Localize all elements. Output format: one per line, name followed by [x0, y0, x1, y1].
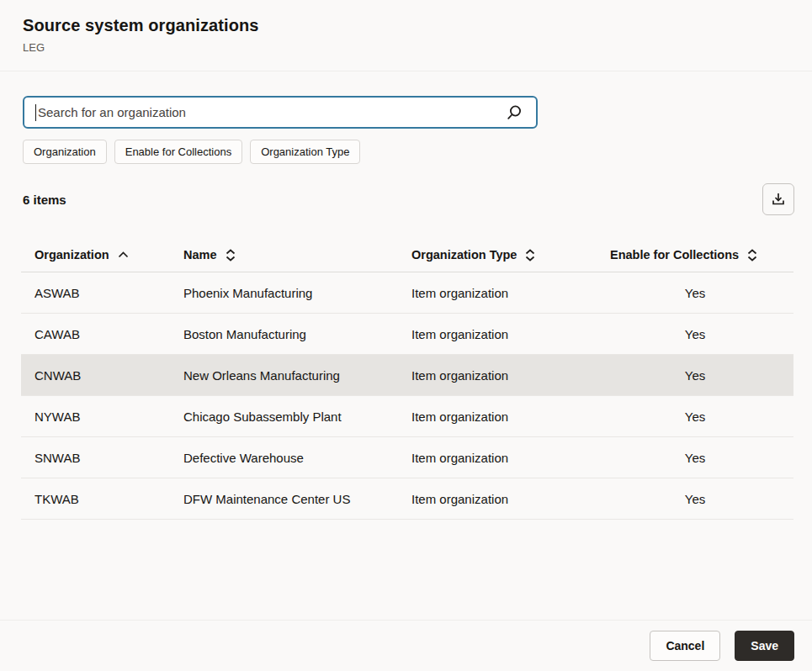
save-button[interactable]: Save — [735, 631, 794, 661]
cell-enable-for-collections: Yes — [597, 451, 793, 465]
filter-chips: Organization Enable for Collections Orga… — [23, 140, 789, 164]
search-icon[interactable] — [505, 103, 523, 122]
table-row[interactable]: CAWABBoston ManufacturingItem organizati… — [21, 314, 793, 355]
items-row: 6 items — [0, 183, 812, 215]
download-button[interactable] — [762, 183, 794, 215]
cell-organization-type: Item organization — [398, 368, 597, 383]
cell-organization-type: Item organization — [398, 451, 597, 465]
sort-both-icon — [226, 249, 236, 262]
cell-name: Boston Manufacturing — [170, 327, 398, 341]
page-footer: Cancel Save — [0, 620, 812, 671]
column-header-enable-for-collections[interactable]: Enable for Collections — [597, 248, 793, 262]
download-icon — [771, 192, 786, 207]
cell-enable-for-collections: Yes — [597, 492, 793, 506]
filter-chip-enable-for-collections[interactable]: Enable for Collections — [114, 140, 242, 164]
filter-chip-organization[interactable]: Organization — [23, 140, 107, 164]
cell-organization: TKWAB — [21, 492, 170, 506]
sort-both-icon — [525, 249, 535, 262]
search-input[interactable] — [38, 105, 505, 119]
page-title: Source system organizations — [23, 16, 789, 35]
cell-organization-type: Item organization — [398, 286, 597, 300]
cell-enable-for-collections: Yes — [597, 286, 793, 300]
sort-ascending-icon — [118, 251, 129, 258]
column-header-name[interactable]: Name — [170, 248, 398, 262]
cell-name: Chicago Subassembly Plant — [170, 409, 398, 424]
cell-enable-for-collections: Yes — [597, 368, 793, 383]
items-count: 6 items — [23, 193, 66, 207]
cell-enable-for-collections: Yes — [597, 409, 793, 424]
cell-name: New Orleans Manufacturing — [170, 368, 398, 383]
search-box[interactable] — [23, 96, 538, 129]
column-header-organization[interactable]: Organization — [21, 248, 170, 262]
filter-chip-organization-type[interactable]: Organization Type — [250, 140, 360, 164]
cell-organization-type: Item organization — [398, 492, 597, 506]
toolbar-area: Organization Enable for Collections Orga… — [0, 71, 812, 164]
cell-organization: ASWAB — [21, 286, 170, 300]
table-row[interactable]: CNWABNew Orleans ManufacturingItem organ… — [21, 355, 793, 396]
cell-organization-type: Item organization — [398, 409, 597, 424]
table-row[interactable]: ASWABPhoenix ManufacturingItem organizat… — [21, 272, 793, 314]
cell-name: Phoenix Manufacturing — [170, 286, 398, 300]
cell-organization: SNWAB — [21, 451, 170, 465]
cell-organization-type: Item organization — [398, 327, 597, 341]
column-header-organization-type[interactable]: Organization Type — [398, 248, 597, 262]
table-row[interactable]: SNWABDefective WarehouseItem organizatio… — [21, 437, 793, 478]
table-body: ASWABPhoenix ManufacturingItem organizat… — [21, 272, 793, 520]
page-header: Source system organizations LEG — [0, 0, 812, 71]
cell-organization: CNWAB — [21, 368, 170, 383]
cell-name: DFW Maintenance Center US — [170, 492, 398, 506]
cell-organization: NYWAB — [21, 409, 170, 424]
cancel-button[interactable]: Cancel — [650, 631, 720, 661]
organizations-table: Organization Name Organization Type — [21, 238, 793, 520]
cell-name: Defective Warehouse — [170, 451, 398, 465]
cell-enable-for-collections: Yes — [597, 327, 793, 341]
table-header-row: Organization Name Organization Type — [21, 238, 793, 272]
table-row[interactable]: TKWABDFW Maintenance Center USItem organ… — [21, 478, 793, 520]
sort-both-icon — [747, 249, 757, 262]
table-row[interactable]: NYWABChicago Subassembly PlantItem organ… — [21, 396, 793, 437]
page-subtitle: LEG — [23, 41, 789, 54]
cell-organization: CAWAB — [21, 327, 170, 341]
text-caret — [35, 104, 36, 121]
